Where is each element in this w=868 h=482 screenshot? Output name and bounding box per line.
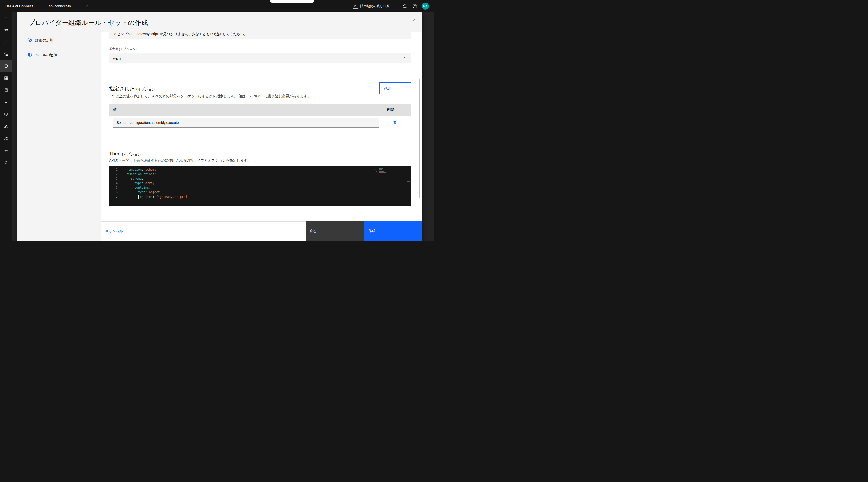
sidebar-item-products[interactable] xyxy=(0,48,12,60)
grid-icon xyxy=(4,76,8,81)
modal-header: プロバイダー組織ルール・セットの作成 xyxy=(17,12,423,32)
line-number: 3 xyxy=(109,176,118,181)
svg-text:?: ? xyxy=(414,4,416,7)
line-number: 6 xyxy=(109,190,118,194)
step-add-rules[interactable]: ルールの追加 xyxy=(17,49,101,61)
code-text: type: array xyxy=(123,181,154,186)
cancel-button[interactable]: キャンセル xyxy=(105,229,123,234)
footer-left-spacer xyxy=(17,221,101,241)
sidebar-item-apps[interactable] xyxy=(0,72,12,84)
message-field[interactable]: アセンブリに 'gatewayscript' が見つかりません。少なくとも1つ追… xyxy=(109,32,411,39)
then-description: APIのターゲット値を評価するために使用される関数タイプとオプションを指定します… xyxy=(109,158,411,163)
create-ruleset-modal: プロバイダー組織ルール・セットの作成 詳細の追加 xyxy=(17,12,423,241)
app-header: IBMAPI Connect api-connect-fn 29 試用期間の残り… xyxy=(0,0,434,12)
severity-dropdown[interactable]: warn xyxy=(109,53,411,63)
brand-prefix: IBM xyxy=(4,4,11,8)
code-line[interactable]: 7 required: ["gatewayscript"] xyxy=(109,194,411,199)
sidebar-item-analytics[interactable] xyxy=(0,96,12,108)
deploy-icon xyxy=(4,112,8,117)
avatar[interactable]: RK xyxy=(422,2,429,9)
code-editor[interactable]: 1- function: schema2 functionOptions:3 s… xyxy=(109,166,411,206)
given-heading-suffix: (オプション) xyxy=(136,87,156,91)
code-text: - function: schema xyxy=(123,167,156,172)
help-icon[interactable]: ? xyxy=(410,1,420,11)
step-complete-icon xyxy=(28,38,32,43)
step-label: ルールの追加 xyxy=(35,53,57,57)
create-button[interactable]: 作成 xyxy=(364,221,423,241)
editor-search-icon[interactable] xyxy=(373,168,377,173)
then-heading-suffix: (オプション) xyxy=(122,152,143,156)
code-line[interactable]: 1- function: schema xyxy=(109,167,411,172)
editor-scrollbar-mark xyxy=(407,182,410,182)
chevron-down-icon xyxy=(403,56,407,61)
close-icon[interactable] xyxy=(409,14,420,25)
modal-body: 詳細の追加 ルールの追加 アセンブリに 'gatewayscript' が見つか… xyxy=(17,32,423,221)
code-line[interactable]: 2 functionOptions: xyxy=(109,172,411,176)
avatar-initials: RK xyxy=(423,4,428,8)
code-text: functionOptions: xyxy=(123,172,156,176)
sidebar-item-home[interactable] xyxy=(0,12,12,24)
users-icon xyxy=(4,136,8,141)
brand[interactable]: IBMAPI Connect xyxy=(0,4,33,8)
editor-minimap[interactable] xyxy=(379,168,386,173)
sidebar-nav xyxy=(0,12,12,241)
code-text: contains: xyxy=(123,186,151,190)
line-number: 2 xyxy=(109,172,118,176)
org-selector-dropdown[interactable]: api-connect-fn xyxy=(49,0,92,12)
code-text: type: object xyxy=(123,190,160,194)
shield-icon xyxy=(4,64,8,68)
value-input[interactable] xyxy=(113,118,379,128)
sidebar-item-catalogs[interactable] xyxy=(0,84,12,96)
code-line[interactable]: 3 schema: xyxy=(109,176,411,181)
content-scrollbar[interactable] xyxy=(419,79,421,198)
sidebar-item-edit[interactable] xyxy=(0,36,12,48)
trash-icon xyxy=(393,120,397,125)
given-section-header: 指定された(オプション) 1 つ以上の値を追加して、 API のどの部分をターゲ… xyxy=(109,86,411,98)
current-step-line xyxy=(25,49,25,63)
footer-middle: キャンセル xyxy=(101,221,306,241)
page-title: プロバイダー組織ルール・セットの作成 xyxy=(28,18,148,27)
catalog-icon xyxy=(4,88,8,93)
code-line[interactable]: 6 type: object xyxy=(109,190,411,194)
value-table-header: 値 削除 xyxy=(109,103,411,116)
progress-indicator: 詳細の追加 ルールの追加 xyxy=(17,32,101,221)
value-column-header: 値 xyxy=(109,107,379,112)
line-number: 1 xyxy=(109,167,118,172)
home-icon xyxy=(4,15,8,20)
delete-column-header: 削除 xyxy=(379,107,411,112)
apis-icon xyxy=(4,28,8,32)
code-editor-lines: 1- function: schema2 functionOptions:3 s… xyxy=(109,167,411,199)
sidebar-item-search[interactable] xyxy=(0,157,12,169)
then-heading: Then xyxy=(109,151,121,156)
sidebar-item-apis[interactable] xyxy=(0,24,12,36)
search-overlay[interactable] xyxy=(270,0,314,2)
header-right: 29 試用期間の残り日数 ? RK xyxy=(353,0,434,12)
topology-icon xyxy=(4,124,8,129)
value-table-rows xyxy=(109,118,411,128)
step-add-details[interactable]: 詳細の追加 xyxy=(17,34,101,46)
code-line[interactable]: 5 contains: xyxy=(109,186,411,190)
sidebar-item-deploy[interactable] xyxy=(0,108,12,120)
line-number: 4 xyxy=(109,181,118,186)
modal-footer: キャンセル 戻る 作成 xyxy=(17,221,423,241)
cloud-icon[interactable] xyxy=(400,1,410,11)
chart-icon xyxy=(4,100,8,104)
sidebar-item-governance[interactable] xyxy=(0,60,12,72)
sidebar-item-members[interactable] xyxy=(0,132,12,144)
sidebar-item-topology[interactable] xyxy=(0,120,12,132)
code-text: required: ["gatewayscript"] xyxy=(123,194,187,199)
sidebar-item-settings[interactable] xyxy=(0,144,12,157)
products-icon xyxy=(4,52,8,56)
then-section-header: Then(オプション) APIのターゲット値を評価するために使用される関数タイプ… xyxy=(109,151,411,163)
rule-form-content: アセンブリに 'gatewayscript' が見つかりません。少なくとも1つ追… xyxy=(101,32,423,221)
delete-row-button[interactable] xyxy=(379,118,411,128)
table-row xyxy=(109,118,411,128)
step-label: 詳細の追加 xyxy=(35,38,53,43)
app-root: IBMAPI Connect api-connect-fn 29 試用期間の残り… xyxy=(0,0,434,241)
code-text: schema: xyxy=(123,176,144,181)
add-value-button[interactable]: 追加 xyxy=(379,83,411,95)
back-button[interactable]: 戻る xyxy=(306,221,364,241)
org-selector-label: api-connect-fn xyxy=(49,4,71,8)
code-line[interactable]: 4 type: array xyxy=(109,181,411,186)
chevron-down-icon xyxy=(85,4,88,8)
